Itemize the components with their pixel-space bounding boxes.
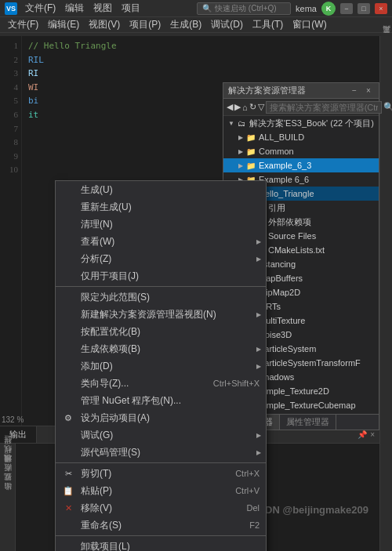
- bottom-panel-close[interactable]: ×: [370, 430, 375, 439]
- menu-file2[interactable]: 文件(F): [3, 17, 43, 32]
- menu-tools[interactable]: 工具(T): [248, 17, 288, 32]
- menu-project2[interactable]: 项目(P): [125, 17, 165, 32]
- tree-example63[interactable]: ▶ 📁 Example_6_3: [223, 158, 379, 172]
- ctx-set-startup[interactable]: ⚙ 设为启动项目(A): [56, 409, 266, 426]
- menu-view2[interactable]: 视图(V): [84, 17, 125, 32]
- menu-window[interactable]: 窗口(W): [288, 17, 331, 32]
- tree-simple-cubemap-label: Simple_TextureCubemap: [259, 401, 356, 410]
- restore-button[interactable]: □: [358, 3, 370, 14]
- ctx-build-deps[interactable]: 生成依赖项(B): [56, 340, 266, 357]
- zoom-indicator: 132 %: [2, 415, 24, 424]
- side-tabs: 进程 线程 调用堆栈 断点 监视 输出: [0, 444, 16, 551]
- ctx-nuget[interactable]: 管理 NuGet 程序包(N)...: [56, 392, 266, 409]
- ctx-generate[interactable]: 生成(U): [56, 181, 266, 198]
- ctx-unload[interactable]: 卸载项目(L): [56, 538, 266, 551]
- bottom-panel-pin[interactable]: 📌: [358, 430, 367, 439]
- ctx-analyze-icon: [62, 252, 74, 265]
- side-tab-thread[interactable]: 线程: [1, 456, 15, 462]
- ctx-config-optimize-icon: [62, 325, 74, 338]
- ctx-limit-scope-label: 限定为此范围(S): [81, 291, 260, 304]
- ctx-clean[interactable]: 清理(N): [56, 216, 266, 233]
- menu-debug[interactable]: 调试(D): [206, 17, 248, 32]
- sol-filter-btn[interactable]: ▽: [258, 100, 264, 114]
- ctx-project-only-label: 仅用于项目(J): [81, 270, 260, 283]
- tree-common-icon: 📁: [245, 146, 256, 157]
- sol-tab-property[interactable]: 属性管理器: [280, 415, 336, 430]
- user-avatar[interactable]: K: [321, 2, 336, 16]
- ctx-class-wizard[interactable]: 类向导(Z)... Ctrl+Shift+X: [56, 375, 266, 392]
- tree-example63-label: Example_6_3: [259, 161, 311, 170]
- sol-forward-btn[interactable]: ▶: [234, 100, 241, 114]
- ctx-config-optimize[interactable]: 按配置优化(B): [56, 323, 266, 340]
- sol-refresh-btn[interactable]: ↻: [249, 100, 256, 114]
- ctx-remove-icon: ✕: [62, 502, 74, 514]
- sol-home-btn[interactable]: ⌂: [242, 100, 248, 114]
- ctx-rename[interactable]: 重命名(S) F2: [56, 517, 266, 534]
- ctx-build-deps-label: 生成依赖项(B): [81, 343, 260, 356]
- ctx-sep-3: [56, 535, 266, 536]
- sol-search-btn[interactable]: 🔍: [383, 100, 392, 114]
- title-bar-right: 🔍 快速启动 (Ctrl+Q) kema K − □ ×: [197, 2, 387, 16]
- ctx-analyze-label: 分析(Z): [81, 252, 260, 266]
- ctx-view-label: 查看(W): [81, 235, 260, 248]
- ctx-remove-label: 移除(V): [81, 502, 240, 515]
- ctx-class-wizard-shortcut: Ctrl+Shift+X: [213, 379, 260, 388]
- menu-project[interactable]: 项目: [117, 0, 145, 16]
- side-tab-watch[interactable]: 监视: [1, 484, 15, 491]
- bottom-panel-controls: 📌 ×: [353, 430, 379, 439]
- sol-back-btn[interactable]: ◀: [227, 100, 233, 114]
- menu-build[interactable]: 生成(B): [165, 17, 206, 32]
- ctx-generate-label: 生成(U): [81, 183, 260, 197]
- side-tab-output2[interactable]: 输出: [1, 494, 15, 500]
- close-button[interactable]: ×: [375, 3, 387, 14]
- ctx-analyze[interactable]: 分析(Z): [56, 250, 266, 267]
- menu-view[interactable]: 视图: [89, 0, 117, 16]
- ctx-project-only[interactable]: 仅用于项目(J): [56, 267, 266, 285]
- ctx-cut-label: 剪切(T): [81, 467, 229, 480]
- code-line-3: RI: [28, 67, 373, 81]
- ctx-source-control[interactable]: 源代码管理(S): [56, 444, 266, 461]
- bottom-tab-output[interactable]: 输出: [0, 426, 37, 443]
- ctx-generate-icon: [62, 183, 74, 196]
- ctx-add[interactable]: 添加(D): [56, 357, 266, 375]
- ctx-debug-label: 调试(G): [81, 429, 260, 442]
- ctx-rename-label: 重命名(S): [81, 519, 243, 532]
- ctx-config-optimize-label: 按配置优化(B): [81, 325, 260, 339]
- ctx-new-view[interactable]: 新建解决方案资源管理器视图(N): [56, 306, 266, 323]
- ctx-cut-icon: ✂: [62, 467, 74, 480]
- tree-root[interactable]: ▼ 🗂 解决方案'ES3_Book' (22 个项目): [223, 116, 379, 130]
- menu-edit2[interactable]: 编辑(E): [43, 17, 84, 32]
- ctx-sep-1: [56, 286, 266, 287]
- ctx-regenerate[interactable]: 重新生成(U): [56, 198, 266, 216]
- tree-common[interactable]: ▶ 📁 Common: [223, 144, 379, 158]
- ctx-source-control-icon: [62, 446, 74, 459]
- code-line-1: // Hello Triangle: [28, 39, 373, 53]
- ctx-paste-shortcut: Ctrl+V: [235, 486, 260, 495]
- ctx-set-startup-label: 设为启动项目(A): [81, 411, 260, 425]
- ctx-nuget-label: 管理 NuGet 程序包(N)...: [81, 394, 260, 408]
- tree-all-build-label: ALL_BUILD: [259, 132, 304, 142]
- menu-edit[interactable]: 编辑: [60, 0, 89, 16]
- quick-launch[interactable]: 🔍 快速启动 (Ctrl+Q): [197, 2, 291, 15]
- ctx-rename-icon: [62, 519, 74, 531]
- side-tab-breakpoints[interactable]: 断点: [1, 475, 15, 481]
- ctx-debug[interactable]: 调试(G): [56, 426, 266, 444]
- ctx-view[interactable]: 查看(W): [56, 233, 266, 250]
- ctx-project-only-icon: [62, 270, 74, 282]
- solution-search-input[interactable]: [266, 101, 382, 114]
- menu-file[interactable]: 文件(F): [20, 0, 60, 16]
- side-tab-callstack[interactable]: 调用堆栈: [1, 466, 15, 472]
- context-menu: 生成(U) 重新生成(U) 清理(N) 查看(W) 分析(Z) 仅用于项目(J)…: [55, 180, 267, 551]
- ctx-remove[interactable]: ✕ 移除(V) Del: [56, 499, 266, 517]
- ctx-clean-label: 清理(N): [81, 218, 260, 231]
- ctx-paste[interactable]: 📋 粘贴(P) Ctrl+V: [56, 482, 266, 499]
- code-line-2: RIL: [28, 53, 373, 67]
- panel-pin-btn[interactable]: −: [349, 85, 360, 96]
- ctx-limit-scope[interactable]: 限定为此范围(S): [56, 288, 266, 306]
- side-tab-process[interactable]: 进程: [1, 447, 15, 453]
- tree-root-label: 解决方案'ES3_Book' (22 个项目): [249, 118, 374, 129]
- ctx-cut[interactable]: ✂ 剪切(T) Ctrl+X: [56, 465, 266, 482]
- panel-close-btn[interactable]: ×: [363, 85, 374, 96]
- minimize-button[interactable]: −: [340, 3, 353, 14]
- tree-all-build[interactable]: ▶ 📁 ALL_BUILD: [223, 130, 379, 144]
